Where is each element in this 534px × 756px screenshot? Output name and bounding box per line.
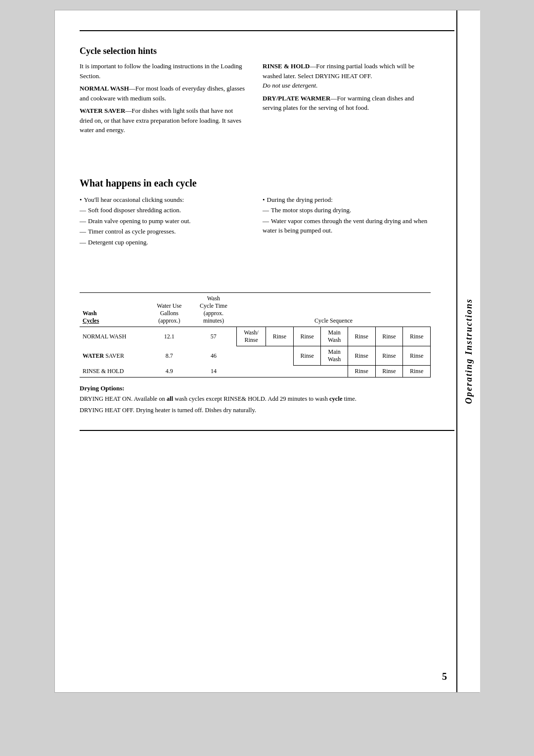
right-bullet-list: During the drying period: The motor stop… [263, 195, 431, 236]
cycle-selection-left: It is important to follow the loading in… [80, 61, 248, 138]
water-saver-name: WATER SAVER [80, 346, 148, 366]
rinse-hold-seq-6: Rinse [375, 366, 403, 378]
left-item-3: Drain valve opening to pump water out. [80, 216, 248, 226]
col-header-water-use: Water UseGallons(approx.) [148, 293, 191, 327]
cycle-selection-intro: It is important to follow the loading in… [80, 61, 248, 81]
water-saver-seq-5: Rinse [348, 346, 375, 366]
top-border [80, 30, 454, 31]
cycle-rinse-hold: RINSE & HOLD—For rinsing partial loads w… [263, 61, 431, 91]
cycle-selection-section: Cycle selection hints It is important to… [80, 46, 431, 138]
right-item-3: Water vapor comes through the vent durin… [263, 216, 431, 236]
cycle-water-saver: WATER SAVER—For dishes with light soils … [80, 106, 248, 135]
drying-heat-on: DRYING HEAT ON. Available on all wash cy… [80, 394, 431, 404]
wash-cycles-table-section: Wash Cycles Water UseGallons(approx.) Wa… [80, 292, 431, 378]
left-item-1: You'll hear occasional clicking sounds: [80, 195, 248, 205]
normal-wash-name: NORMAL WASH [80, 327, 148, 346]
page-number: 5 [442, 671, 447, 682]
rinse-hold-name: RINSE & HOLD [80, 366, 148, 378]
rinse-hold-seq-3 [293, 366, 321, 378]
table-row-rinse-hold: RINSE & HOLD 4.9 14 Rinse Rinse Rinse [80, 366, 431, 378]
normal-wash-seq-6: Rinse [375, 327, 403, 346]
what-happens-columns: You'll hear occasional clicking sounds: … [80, 195, 431, 248]
water-saver-water: 8.7 [148, 346, 191, 366]
rinse-hold-label: RINSE & HOLD [263, 62, 310, 70]
cycle-normal-wash: NORMAL WASH—For most loads of everyday d… [80, 84, 248, 103]
normal-wash-time: 57 [190, 327, 236, 346]
water-saver-seq-2 [266, 346, 294, 366]
wash-cycles-table: Wash Cycles Water UseGallons(approx.) Wa… [80, 292, 431, 378]
col-header-wash-time: WashCycle Time(approx.minutes) [190, 293, 236, 327]
col-header-cycle-sequence: Cycle Sequence [237, 293, 431, 327]
normal-wash-seq-4: MainWash [321, 327, 348, 346]
normal-wash-seq-7: Rinse [403, 327, 431, 346]
normal-wash-seq-5: Rinse [348, 327, 375, 346]
rinse-hold-seq-2 [266, 366, 294, 378]
cycle-selection-right: RINSE & HOLD—For rinsing partial loads w… [263, 61, 431, 138]
water-saver-seq-4: MainWash [321, 346, 348, 366]
water-saver-seq-7: Rinse [403, 346, 431, 366]
right-item-2: The motor stops during drying. [263, 205, 431, 215]
bottom-border [80, 430, 454, 431]
water-saver-seq-1 [237, 346, 266, 366]
sidebar-text: Operating Instructions [464, 298, 474, 404]
dry-warmer-label: DRY/PLATE WARMER [263, 94, 330, 102]
normal-wash-seq-2: Rinse [266, 327, 294, 346]
left-item-2: Soft food disposer shredding action. [80, 205, 248, 215]
page: Cycle selection hints It is important to… [54, 10, 480, 693]
water-saver-seq-3: Rinse [293, 346, 321, 366]
normal-wash-label: NORMAL WASH [80, 85, 129, 92]
normal-wash-seq-3: Rinse [293, 327, 321, 346]
normal-wash-seq-1: Wash/Rinse [237, 327, 266, 346]
water-saver-label: WATER SAVER [80, 107, 125, 114]
left-item-5: Detergent cup opening. [80, 237, 248, 247]
cycle-dry-warmer: DRY/PLATE WARMER—For warming clean dishe… [263, 94, 431, 113]
rinse-hold-time: 14 [190, 366, 236, 378]
sidebar: Operating Instructions [456, 10, 480, 692]
table-row-normal-wash: NORMAL WASH 12.1 57 Wash/Rinse Rinse Rin… [80, 327, 431, 346]
table-header-row: Wash Cycles Water UseGallons(approx.) Wa… [80, 293, 431, 327]
drying-options-heading: Drying Options: [80, 384, 431, 392]
table-row-water-saver: WATER SAVER 8.7 46 Rinse MainWash Rinse … [80, 346, 431, 366]
rinse-hold-water: 4.9 [148, 366, 191, 378]
what-happens-heading: What happens in each cycle [80, 178, 431, 189]
what-happens-left: You'll hear occasional clicking sounds: … [80, 195, 248, 248]
col-header-wash-cycles: Wash Cycles [80, 293, 148, 327]
left-item-4: Timer control as cycle progresses. [80, 227, 248, 236]
water-saver-seq-6: Rinse [375, 346, 403, 366]
right-item-1: During the drying period: [263, 195, 431, 205]
what-happens-right: During the drying period: The motor stop… [263, 195, 431, 248]
drying-options-section: Drying Options: DRYING HEAT ON. Availabl… [80, 384, 431, 415]
left-bullet-list: You'll hear occasional clicking sounds: … [80, 195, 248, 247]
main-content: Cycle selection hints It is important to… [80, 46, 431, 415]
rinse-hold-note: Do not use detergent. [263, 82, 317, 89]
rinse-hold-seq-1 [237, 366, 266, 378]
rinse-hold-seq-5: Rinse [348, 366, 375, 378]
what-happens-section: What happens in each cycle You'll hear o… [80, 178, 431, 248]
water-saver-time: 46 [190, 346, 236, 366]
normal-wash-water: 12.1 [148, 327, 191, 346]
cycle-selection-heading: Cycle selection hints [80, 46, 431, 56]
drying-heat-off: DRYING HEAT OFF. Drying heater is turned… [80, 406, 431, 415]
rinse-hold-seq-4 [321, 366, 348, 378]
cycle-selection-columns: It is important to follow the loading in… [80, 61, 431, 138]
rinse-hold-seq-7: Rinse [403, 366, 431, 378]
